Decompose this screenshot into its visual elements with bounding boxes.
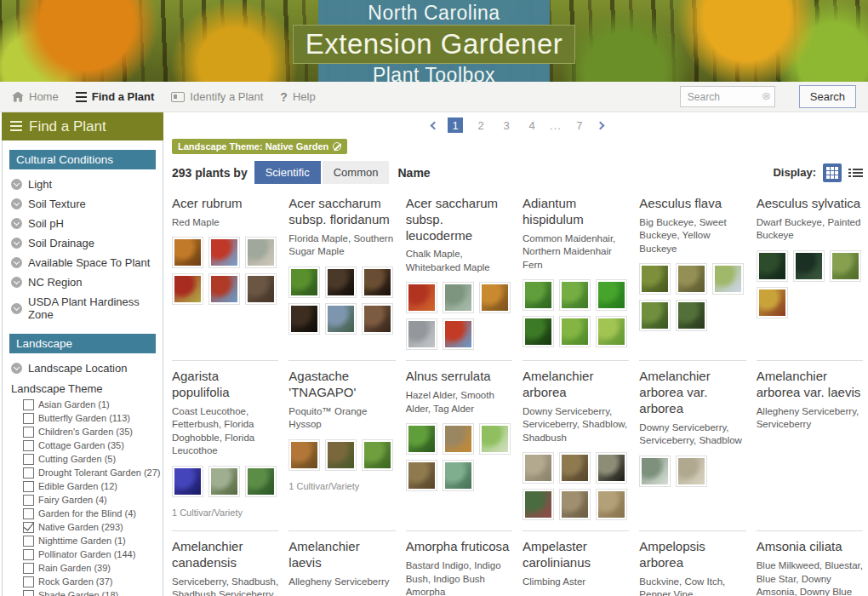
search-button[interactable]: Search xyxy=(799,85,856,108)
plant-photo-thumbnail[interactable] xyxy=(245,466,277,497)
plant-photo-thumbnail[interactable] xyxy=(712,263,744,295)
plant-photo-thumbnail[interactable] xyxy=(362,266,393,298)
plant-photo-thumbnail[interactable] xyxy=(288,266,320,298)
active-filter-chip[interactable]: Landscape Theme: Native Garden xyxy=(172,139,347,154)
plant-photo-thumbnail[interactable] xyxy=(676,263,707,295)
plant-photo-thumbnail[interactable] xyxy=(172,466,203,497)
checkbox[interactable] xyxy=(23,495,34,506)
plant-photo-thumbnail[interactable] xyxy=(596,316,627,347)
plant-photo-thumbnail[interactable] xyxy=(443,282,474,313)
plant-photo-thumbnail[interactable] xyxy=(362,439,393,471)
sidebar-item-soil-drainage[interactable]: Soil Drainage xyxy=(3,233,163,253)
sort-common-button[interactable]: Common xyxy=(323,161,390,184)
plant-scientific-name[interactable]: Amelanchier arborea var. laevis xyxy=(757,369,863,401)
plant-photo-thumbnail[interactable] xyxy=(172,237,203,268)
plant-photo-thumbnail[interactable] xyxy=(523,279,554,311)
plant-photo-thumbnail[interactable] xyxy=(406,460,437,491)
plant-photo-thumbnail[interactable] xyxy=(362,303,393,335)
plant-photo-thumbnail[interactable] xyxy=(830,250,861,282)
filter-option-pollinator-garden[interactable]: Pollinator Garden (144) xyxy=(3,547,163,561)
plant-scientific-name[interactable]: Amsonia ciliata xyxy=(757,539,863,555)
filter-option-shade-garden[interactable]: Shade Garden (18) xyxy=(3,588,163,596)
filter-option-nighttime-garden[interactable]: Nighttime Garden (1) xyxy=(3,534,163,547)
checkbox[interactable] xyxy=(23,590,34,596)
nav-item-help[interactable]: Help xyxy=(280,90,315,104)
filter-option-native-garden[interactable]: Native Garden (293) xyxy=(3,520,163,534)
plant-photo-thumbnail[interactable] xyxy=(325,439,357,471)
plant-photo-thumbnail[interactable] xyxy=(757,287,788,318)
plant-photo-thumbnail[interactable] xyxy=(596,489,627,520)
plant-scientific-name[interactable]: Ampelaster carolinianus xyxy=(523,539,629,571)
filter-option-drought-tolerant-garden[interactable]: Drought Tolerant Garden (27) xyxy=(3,466,163,479)
plant-photo-thumbnail[interactable] xyxy=(639,263,671,295)
plant-scientific-name[interactable]: Amelanchier arborea var. arborea xyxy=(639,369,745,416)
pagination-prev-icon[interactable] xyxy=(431,121,439,129)
plant-scientific-name[interactable]: Amelanchier canadensis xyxy=(172,539,278,571)
filter-option-fairy-garden[interactable]: Fairy Garden (4) xyxy=(3,493,163,507)
pagination-page-1[interactable]: 1 xyxy=(448,117,463,133)
plant-scientific-name[interactable]: Agastache 'TNAGAPO' xyxy=(288,369,395,401)
plant-photo-thumbnail[interactable] xyxy=(559,279,591,311)
checkbox[interactable] xyxy=(23,508,34,519)
plant-photo-thumbnail[interactable] xyxy=(676,300,707,331)
list-view-icon[interactable] xyxy=(848,168,863,178)
checkbox[interactable] xyxy=(23,427,34,438)
plant-scientific-name[interactable]: Amelanchier arborea xyxy=(523,369,629,401)
checkbox[interactable] xyxy=(23,413,34,424)
checkbox[interactable] xyxy=(23,440,34,451)
checkbox[interactable] xyxy=(23,454,34,465)
plant-photo-thumbnail[interactable] xyxy=(559,489,591,520)
grid-view-icon[interactable] xyxy=(823,163,842,182)
plant-photo-thumbnail[interactable] xyxy=(325,266,357,298)
pagination-page-3[interactable]: 3 xyxy=(499,117,514,133)
plant-scientific-name[interactable]: Acer saccharum subsp. leucoderme xyxy=(406,196,512,244)
checkbox[interactable] xyxy=(23,549,34,560)
checkbox[interactable] xyxy=(23,467,34,479)
plant-scientific-name[interactable]: Ampelopsis arborea xyxy=(639,539,745,571)
pagination-page-7[interactable]: 7 xyxy=(572,117,587,133)
checkbox[interactable] xyxy=(23,563,34,574)
plant-photo-thumbnail[interactable] xyxy=(208,466,240,497)
sidebar-item-available-space-to-plant[interactable]: Available Space To Plant xyxy=(3,253,163,272)
plant-photo-thumbnail[interactable] xyxy=(208,237,240,268)
search-clear-icon[interactable]: ⊗ xyxy=(762,90,771,101)
sort-scientific-button[interactable]: Scientific xyxy=(254,161,321,184)
plant-photo-thumbnail[interactable] xyxy=(676,456,707,487)
filter-option-children-s-garden[interactable]: Children's Garden (35) xyxy=(3,425,163,438)
plant-photo-thumbnail[interactable] xyxy=(443,423,474,455)
sidebar-item-soil-ph[interactable]: Soil pH xyxy=(3,214,163,233)
nav-item-home[interactable]: Home xyxy=(12,90,59,103)
filter-option-asian-garden[interactable]: Asian Garden (1) xyxy=(3,398,163,411)
checkbox[interactable] xyxy=(23,522,34,533)
plant-photo-thumbnail[interactable] xyxy=(406,318,437,350)
checkbox[interactable] xyxy=(23,399,34,410)
plant-scientific-name[interactable]: Agarista populifolia xyxy=(172,369,278,401)
filter-option-butterfly-garden[interactable]: Butterfly Garden (113) xyxy=(3,411,163,425)
plant-photo-thumbnail[interactable] xyxy=(406,282,437,313)
plant-photo-thumbnail[interactable] xyxy=(639,456,671,487)
plant-photo-thumbnail[interactable] xyxy=(245,273,277,305)
plant-scientific-name[interactable]: Aesculus flava xyxy=(639,196,745,212)
pagination-page-4[interactable]: 4 xyxy=(524,117,540,133)
plant-scientific-name[interactable]: Amorpha fruticosa xyxy=(406,539,512,555)
filter-option-edible-garden[interactable]: Edible Garden (12) xyxy=(3,479,163,493)
plant-scientific-name[interactable]: Aesculus sylvatica xyxy=(757,196,863,212)
pagination-page-2[interactable]: 2 xyxy=(473,117,488,133)
plant-photo-thumbnail[interactable] xyxy=(479,423,511,455)
plant-photo-thumbnail[interactable] xyxy=(406,423,437,455)
plant-scientific-name[interactable]: Acer rubrum xyxy=(172,196,278,212)
nav-item-find-a-plant[interactable]: Find a Plant xyxy=(76,90,155,103)
plant-photo-thumbnail[interactable] xyxy=(443,318,474,350)
plant-scientific-name[interactable]: Acer saccharum subsp. floridanum xyxy=(288,196,395,228)
filter-option-cottage-garden[interactable]: Cottage Garden (35) xyxy=(3,438,163,452)
plant-photo-thumbnail[interactable] xyxy=(559,452,591,484)
plant-photo-thumbnail[interactable] xyxy=(793,250,825,282)
plant-scientific-name[interactable]: Alnus serrulata xyxy=(406,369,512,385)
plant-photo-thumbnail[interactable] xyxy=(288,439,320,471)
plant-photo-thumbnail[interactable] xyxy=(245,237,277,268)
plant-photo-thumbnail[interactable] xyxy=(443,460,474,491)
filter-option-rock-garden[interactable]: Rock Garden (37) xyxy=(3,575,163,588)
plant-photo-thumbnail[interactable] xyxy=(757,250,788,282)
plant-photo-thumbnail[interactable] xyxy=(325,303,357,335)
sidebar-item-usda-plant-hardiness-zone[interactable]: USDA Plant Hardiness Zone xyxy=(3,292,163,324)
